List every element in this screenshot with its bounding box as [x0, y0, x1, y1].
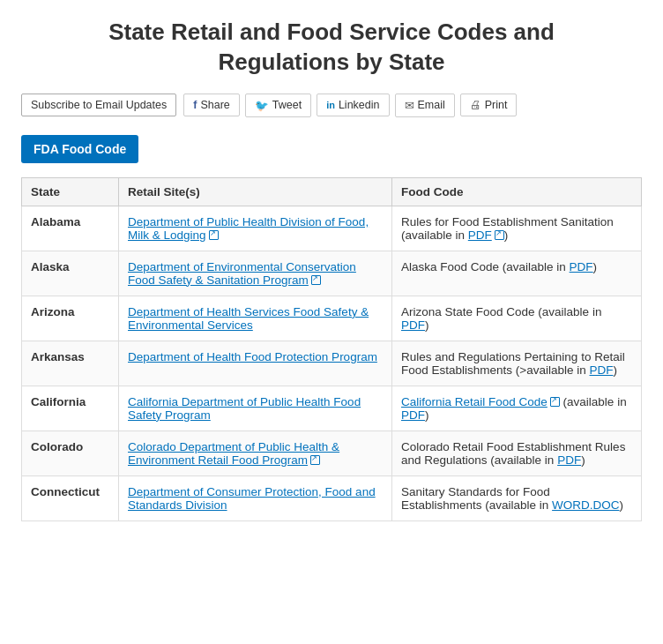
twitter-icon: 🐦: [255, 99, 269, 112]
share-buttons: f Share 🐦 Tweet in Linkedin ✉ Email 🖨 Pr…: [183, 94, 517, 117]
page-title: State Retail and Food Service Codes and …: [21, 18, 642, 78]
state-cell: Alaska: [22, 251, 119, 296]
retail-site-link[interactable]: Department of Health Food Protection Pro…: [128, 350, 377, 363]
retail-cell: Department of Public Health Division of …: [119, 206, 392, 251]
table-row: ConnecticutDepartment of Consumer Protec…: [22, 476, 642, 520]
retail-cell: Department of Health Services Food Safet…: [119, 296, 392, 341]
table-row: ColoradoColorado Department of Public He…: [22, 431, 642, 476]
state-cell: Connecticut: [22, 476, 119, 520]
food-code-cell: Arizona State Food Code (available in PD…: [392, 296, 642, 341]
food-code-pdf-link[interactable]: PDF: [468, 228, 492, 242]
retail-site-link[interactable]: Colorado Department of Public Health & E…: [128, 440, 339, 467]
food-code-pdf-link[interactable]: PDF: [590, 363, 614, 377]
table-row: CaliforniaCalifornia Department of Publi…: [22, 386, 642, 431]
food-code-pdf-link[interactable]: PDF: [570, 260, 593, 273]
facebook-icon: f: [193, 99, 197, 111]
food-code-pdf-link[interactable]: WORD.DOC: [552, 498, 620, 512]
retail-site-link[interactable]: Department of Environmental Conservation…: [128, 260, 356, 287]
external-link-icon: [311, 275, 321, 285]
linkedin-icon: in: [326, 100, 335, 110]
food-code-pdf-link[interactable]: PDF: [401, 318, 425, 332]
col-header-retail: Retail Site(s): [119, 177, 392, 206]
state-cell: Colorado: [22, 431, 119, 476]
state-cell: Alabama: [22, 206, 119, 251]
retail-site-link[interactable]: Department of Consumer Protection, Food …: [128, 485, 376, 512]
external-link-icon: [209, 230, 219, 240]
subscribe-button[interactable]: Subscribe to Email Updates: [21, 94, 176, 116]
retail-site-link[interactable]: California Department of Public Health F…: [128, 395, 361, 422]
state-food-codes-table: State Retail Site(s) Food Code AlabamaDe…: [21, 177, 642, 521]
food-code-main-link[interactable]: California Retail Food Code: [401, 395, 548, 408]
food-code-pdf-link[interactable]: PDF: [401, 408, 425, 422]
share-facebook-button[interactable]: f Share: [183, 94, 240, 116]
food-code-cell: Colorado Retail Food Establishment Rules…: [392, 431, 642, 476]
email-icon: ✉: [405, 99, 414, 112]
food-code-pdf-link[interactable]: PDF: [557, 453, 581, 467]
table-row: ArizonaDepartment of Health Services Foo…: [22, 296, 642, 341]
state-cell: Arkansas: [22, 341, 119, 386]
share-email-button[interactable]: ✉ Email: [395, 94, 455, 117]
retail-cell: California Department of Public Health F…: [119, 386, 392, 431]
retail-site-link[interactable]: Department of Health Services Food Safet…: [128, 305, 369, 332]
fda-food-code-button[interactable]: FDA Food Code: [21, 135, 138, 163]
table-header-row: State Retail Site(s) Food Code: [22, 177, 642, 206]
external-link-icon: [495, 230, 504, 240]
food-code-cell: Rules and Regulations Pertaining to Reta…: [392, 341, 642, 386]
external-link-icon: [550, 397, 560, 407]
retail-cell: Department of Consumer Protection, Food …: [119, 476, 392, 520]
table-row: AlaskaDepartment of Environmental Conser…: [22, 251, 642, 296]
retail-cell: Department of Health Food Protection Pro…: [119, 341, 392, 386]
share-twitter-button[interactable]: 🐦 Tweet: [245, 94, 311, 117]
retail-cell: Department of Environmental Conservation…: [119, 251, 392, 296]
retail-cell: Colorado Department of Public Health & E…: [119, 431, 392, 476]
print-icon: 🖨: [470, 99, 481, 111]
state-cell: Arizona: [22, 296, 119, 341]
food-code-cell: Sanitary Standards for Food Establishmen…: [392, 476, 642, 520]
food-code-cell: California Retail Food Code (available i…: [392, 386, 642, 431]
col-header-food-code: Food Code: [392, 177, 642, 206]
toolbar: Subscribe to Email Updates f Share 🐦 Twe…: [21, 94, 642, 117]
external-link-icon: [310, 455, 320, 465]
state-cell: California: [22, 386, 119, 431]
col-header-state: State: [22, 177, 119, 206]
table-row: ArkansasDepartment of Health Food Protec…: [22, 341, 642, 386]
print-button[interactable]: 🖨 Print: [460, 94, 518, 116]
share-linkedin-button[interactable]: in Linkedin: [317, 94, 389, 116]
retail-site-link[interactable]: Department of Public Health Division of …: [128, 215, 369, 242]
food-code-cell: Rules for Food Establishment Sanitation …: [392, 206, 642, 251]
table-row: AlabamaDepartment of Public Health Divis…: [22, 206, 642, 251]
food-code-cell: Alaska Food Code (available in PDF): [392, 251, 642, 296]
